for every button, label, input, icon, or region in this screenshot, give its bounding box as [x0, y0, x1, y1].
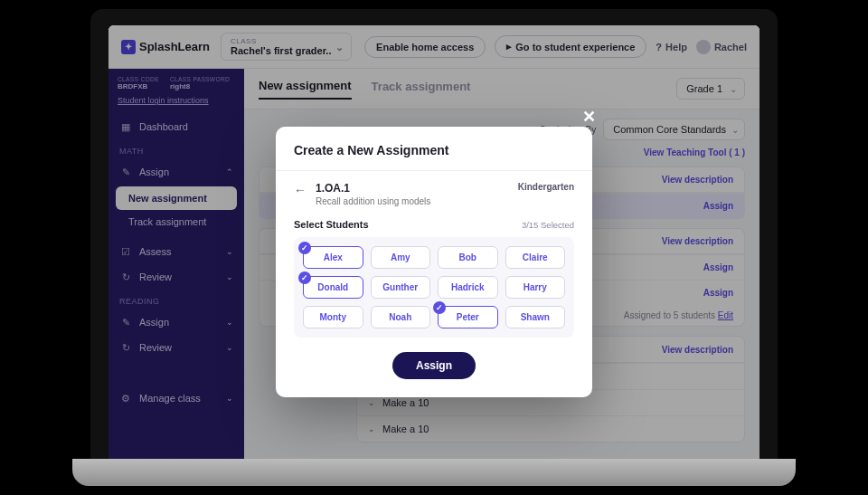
sidebar-dashboard-label: Dashboard: [139, 121, 188, 132]
sidebar-section-reading: READING: [108, 290, 244, 309]
sidebar-reading-assign-label: Assign: [139, 317, 169, 328]
home-access-label: Enable home access: [376, 42, 474, 52]
assess-icon: ☑: [119, 245, 132, 258]
student-chip[interactable]: Noah: [371, 306, 431, 328]
assign-button[interactable]: Assign: [392, 352, 476, 379]
student-chip[interactable]: Hadrick: [438, 276, 498, 299]
chevron-down-icon: ⌄: [226, 343, 233, 352]
class-pw-value: right8: [170, 82, 230, 90]
class-name: Rachel's first grader..: [231, 45, 331, 56]
chevron-down-icon: ⌄: [226, 318, 233, 327]
login-instructions-link[interactable]: Student login instructions: [118, 96, 235, 105]
student-experience-button[interactable]: ▸ Go to student experience: [495, 35, 646, 58]
sidebar-item-reading-assign[interactable]: ✎ Assign ⌄: [108, 309, 244, 335]
sidebar-section-math: MATH: [108, 139, 244, 159]
brand-logo[interactable]: ✦ SplashLearn: [121, 40, 210, 54]
chevron-down-icon: ⌄: [226, 272, 233, 281]
modal-title: Create a New Assignment: [294, 143, 574, 157]
student-chip[interactable]: Shawn: [505, 306, 566, 328]
sidebar-item-assess[interactable]: ☑ Assess ⌄: [108, 239, 244, 264]
student-chip[interactable]: Bob: [438, 246, 498, 269]
help-label: Help: [665, 42, 687, 52]
assign-icon: ✎: [119, 316, 132, 328]
gear-icon: ⚙: [119, 392, 132, 405]
sub-skill-row[interactable]: ⌄ Make a 10: [357, 415, 744, 442]
student-chip[interactable]: Donald: [303, 276, 363, 299]
sidebar-item-dashboard[interactable]: ▦ Dashboard: [108, 114, 244, 139]
sidebar-item-assign[interactable]: ✎ Assign ⌃: [108, 159, 244, 185]
view-description-link[interactable]: View description: [662, 345, 733, 355]
view-description-link[interactable]: View description: [662, 236, 733, 246]
student-exp-label: Go to student experience: [515, 42, 635, 52]
create-assignment-modal: ✕ Create a New Assignment ← 1.OA.1 Recal…: [276, 127, 592, 397]
view-description-link[interactable]: View description: [662, 175, 733, 185]
standard-description: Recall addition using models: [316, 196, 509, 206]
class-code-value: BRDFXB: [118, 82, 159, 90]
student-chip[interactable]: Harry: [505, 276, 566, 299]
dashboard-icon: ▦: [119, 120, 132, 133]
sidebar-sub-track-assignment[interactable]: Track assignment: [116, 210, 237, 233]
assign-link[interactable]: Assign: [703, 288, 733, 298]
avatar-icon: [696, 40, 711, 54]
grade-tag: Kindergarten: [518, 182, 574, 192]
class-code-label: CLASS CODE: [118, 76, 159, 82]
sidebar-reading-review-label: Review: [139, 342, 172, 353]
chevron-down-icon: ⌄: [226, 394, 233, 403]
laptop-frame: ✦ SplashLearn CLASS Rachel's first grade…: [72, 0, 796, 459]
assign-icon: ✎: [119, 166, 132, 178]
student-chip[interactable]: Peter: [438, 306, 498, 328]
help-icon: ?: [656, 42, 662, 52]
review-icon: ↻: [119, 341, 132, 354]
curriculum-select[interactable]: Common Core Standards ⌄: [603, 119, 745, 140]
chevron-down-icon: ⌄: [335, 41, 344, 52]
back-arrow-icon[interactable]: ←: [294, 183, 307, 197]
grade-select[interactable]: Grade 1 ⌄: [676, 78, 745, 100]
student-chip[interactable]: Claire: [505, 246, 566, 269]
edit-assigned-link[interactable]: Edit: [718, 310, 733, 320]
topbar: ✦ SplashLearn CLASS Rachel's first grade…: [108, 25, 760, 69]
chevron-down-icon: ⌄: [731, 125, 739, 135]
enable-home-access-button[interactable]: Enable home access: [364, 36, 486, 58]
selected-count: 3/15 Selected: [522, 220, 574, 230]
teaching-tool-link[interactable]: View Teaching Tool ( 1 ): [644, 148, 745, 157]
sidebar-assess-label: Assess: [139, 246, 171, 257]
divider: [276, 170, 592, 171]
brand-mark-icon: ✦: [121, 40, 136, 54]
chevron-up-icon: ⌃: [226, 167, 233, 176]
class-label: CLASS: [231, 37, 331, 45]
class-selector[interactable]: CLASS Rachel's first grader.. ⌄: [221, 33, 352, 61]
student-chip[interactable]: Amy: [371, 246, 431, 269]
close-icon[interactable]: ✕: [582, 107, 596, 127]
sidebar-manage-label: Manage class: [139, 393, 201, 404]
class-pw-label: CLASS PASSWORD: [170, 76, 230, 82]
app-root: ✦ SplashLearn CLASS Rachel's first grade…: [108, 25, 760, 459]
standard-code: 1.OA.1: [316, 182, 509, 195]
grade-value: Grade 1: [686, 83, 722, 94]
brand-name: SplashLearn: [139, 40, 210, 53]
assign-link[interactable]: Assign: [703, 201, 733, 211]
student-chip[interactable]: Monty: [303, 306, 363, 328]
sidebar-assign-label: Assign: [139, 167, 169, 177]
tab-new-assignment[interactable]: New assignment: [259, 79, 352, 100]
sidebar-item-reading-review[interactable]: ↻ Review ⌄: [108, 335, 244, 360]
help-link[interactable]: ? Help: [656, 42, 687, 52]
screen-bezel: ✦ SplashLearn CLASS Rachel's first grade…: [90, 9, 778, 459]
student-chip[interactable]: Alex: [303, 246, 363, 269]
chevron-down-icon: ⌄: [368, 398, 375, 407]
sidebar-item-review[interactable]: ↻ Review ⌄: [108, 264, 244, 290]
sidebar-sub-new-assignment[interactable]: New assignment: [116, 186, 237, 210]
sidebar: CLASS CODE BRDFXB CLASS PASSWORD right8 …: [108, 69, 244, 459]
select-students-label: Select Students: [294, 219, 369, 230]
user-menu[interactable]: Rachel: [696, 40, 747, 54]
assign-link[interactable]: Assign: [703, 262, 733, 272]
tabbar: New assignment Track assignment Grade 1 …: [244, 69, 760, 109]
students-grid: AlexAmyBobClaireDonaldGuntherHadrickHarr…: [294, 237, 574, 338]
chevron-down-icon: ⌄: [226, 247, 233, 256]
review-icon: ↻: [119, 271, 132, 283]
keyboard-deck: [72, 459, 796, 486]
student-chip[interactable]: Gunther: [371, 276, 431, 299]
tab-track-assignment[interactable]: Track assignment: [372, 80, 471, 99]
chevron-down-icon: ⌄: [730, 84, 737, 94]
sidebar-review-label: Review: [139, 271, 172, 282]
sidebar-item-manage-class[interactable]: ⚙ Manage class ⌄: [108, 386, 244, 411]
